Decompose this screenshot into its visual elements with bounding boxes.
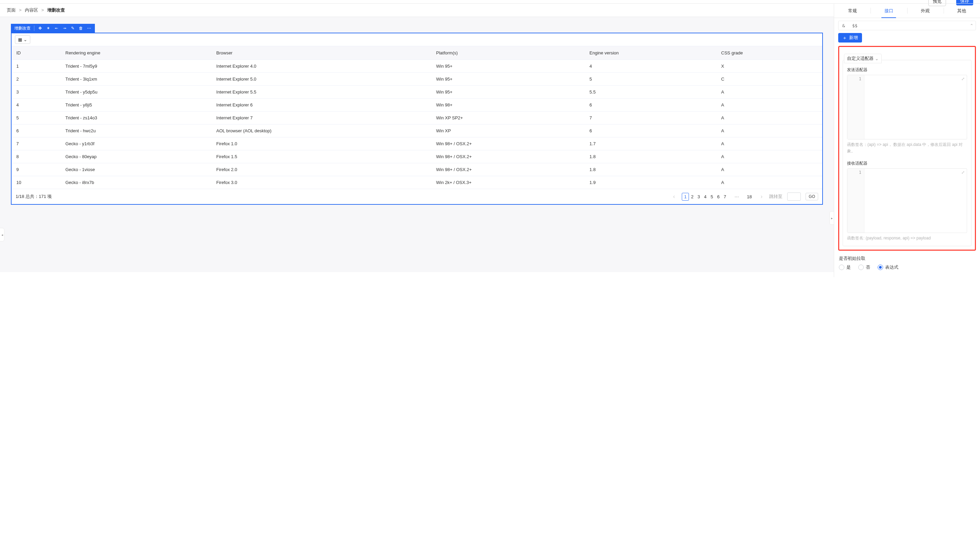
- radio-option[interactable]: 表达式: [878, 264, 898, 270]
- jump-to-input[interactable]: [787, 193, 801, 201]
- table-header[interactable]: CSS grade: [716, 46, 822, 60]
- custom-adapter-header[interactable]: 自定义适配器 ⌄: [844, 54, 882, 63]
- page-number[interactable]: 6: [715, 193, 722, 200]
- chevron-down-icon: ⌄: [24, 37, 27, 42]
- component-name: 增删改查: [14, 25, 30, 31]
- table-cell: X: [716, 60, 822, 73]
- table-cell: 4: [585, 60, 716, 73]
- table-cell: Win XP: [431, 124, 585, 137]
- crud-component[interactable]: ▦ ⌄ IDRendering engineBrowserPlatform(s)…: [11, 33, 823, 205]
- recv-adapter-hint: 函数签名: (payload, response, api) => payloa…: [847, 235, 967, 241]
- go-button[interactable]: GO: [805, 193, 818, 200]
- breadcrumb-item[interactable]: 页面: [7, 8, 16, 13]
- table-cell: Trident - hwc2u: [60, 124, 212, 137]
- table-header[interactable]: Platform(s): [431, 46, 585, 60]
- expression-row[interactable]: & $$ ⌃: [838, 21, 976, 30]
- breadcrumb-item-current: 增删改查: [47, 8, 65, 13]
- table-row[interactable]: 7Gecko - y1rb3fFirefox 1.0Win 98+ / OSX.…: [11, 137, 822, 150]
- breadcrumb-sep: >: [19, 8, 22, 13]
- dollars-cell: $$: [849, 23, 967, 28]
- table-row[interactable]: 8Gecko - 80eyapFirefox 1.5Win 98+ / OSX.…: [11, 150, 822, 163]
- table-header[interactable]: Rendering engine: [60, 46, 212, 60]
- table-cell: Internet Explorer 7: [212, 112, 431, 124]
- table-cell: 5: [585, 73, 716, 86]
- table-cell: A: [716, 163, 822, 176]
- table-row[interactable]: 4Trident - y8ji5Internet Explorer 6Win 9…: [11, 99, 822, 112]
- add-button[interactable]: ＋ 新增: [838, 33, 862, 43]
- table-row[interactable]: 10Gecko - i8rx7bFirefox 3.0Win 2k+ / OSX…: [11, 176, 822, 189]
- expand-icon[interactable]: ⤢: [961, 170, 965, 175]
- left-panel-collapse-handle[interactable]: ◂: [0, 228, 5, 241]
- table-cell: Win 95+: [431, 86, 585, 99]
- component-tag: 增删改查 ✥ ✶ ⤝ ⤞ ✎ 🗑 ⋯: [11, 24, 95, 33]
- recv-adapter-editor[interactable]: 1 ⤢: [847, 168, 967, 233]
- table-cell: C: [716, 73, 822, 86]
- prev-page-icon[interactable]: ‹: [671, 193, 677, 200]
- table-cell: A: [716, 124, 822, 137]
- table-cell: 1.7: [585, 137, 716, 150]
- code-gutter: 1: [847, 169, 864, 233]
- table-header[interactable]: Browser: [212, 46, 431, 60]
- page-number[interactable]: 7: [722, 193, 728, 200]
- expand-icon[interactable]: ⤢: [961, 76, 965, 81]
- page-number[interactable]: 3: [695, 193, 702, 200]
- table-cell: 8: [11, 150, 60, 163]
- table-cell: A: [716, 99, 822, 112]
- table-cell: AOL browser (AOL desktop): [212, 124, 431, 137]
- table-row[interactable]: 2Trident - 3lq1xmInternet Explorer 5.0Wi…: [11, 73, 822, 86]
- tab-appearance[interactable]: 外观: [907, 4, 943, 18]
- table-cell: Win XP SP2+: [431, 112, 585, 124]
- table-cell: Win 98+ / OSX.2+: [431, 150, 585, 163]
- page-number[interactable]: 4: [702, 193, 709, 200]
- arrow-left-icon[interactable]: ⤝: [54, 26, 59, 30]
- plus-icon: ＋: [842, 35, 847, 40]
- table-cell: 5.5: [585, 86, 716, 99]
- arrow-right-icon[interactable]: ⤞: [62, 26, 67, 30]
- code-area[interactable]: [864, 169, 967, 233]
- page-number[interactable]: 5: [709, 193, 715, 200]
- table-header[interactable]: ID: [11, 46, 60, 60]
- page-number[interactable]: 2: [689, 193, 695, 200]
- code-area[interactable]: [864, 75, 967, 139]
- layout-switch-button[interactable]: ▦ ⌄: [15, 35, 30, 44]
- chevron-up-icon[interactable]: ⌃: [967, 23, 975, 28]
- table-cell: Gecko - i8rx7b: [60, 176, 212, 189]
- radio-icon: [858, 265, 864, 270]
- right-panel-collapse-handle[interactable]: ▸: [829, 211, 834, 225]
- table-cell: A: [716, 86, 822, 99]
- table-cell: Internet Explorer 6: [212, 99, 431, 112]
- send-adapter-editor[interactable]: 1 ⤢: [847, 75, 967, 139]
- table-header[interactable]: Engine version: [585, 46, 716, 60]
- breadcrumb-item[interactable]: 内容区: [25, 8, 38, 13]
- tab-general[interactable]: 常规: [834, 4, 870, 18]
- table-cell: A: [716, 137, 822, 150]
- page-number[interactable]: 1: [682, 193, 689, 201]
- table-row[interactable]: 3Trident - y5dp5uInternet Explorer 5.5Wi…: [11, 86, 822, 99]
- data-table: IDRendering engineBrowserPlatform(s)Engi…: [11, 46, 822, 189]
- table-cell: 1: [11, 60, 60, 73]
- more-icon[interactable]: ⋯: [87, 26, 91, 30]
- page-summary: 1/18 总共：171 项: [16, 193, 52, 200]
- next-page-icon[interactable]: ›: [759, 193, 764, 200]
- table-row[interactable]: 5Trident - zs14o3Internet Explorer 7Win …: [11, 112, 822, 124]
- table-cell: 6: [585, 124, 716, 137]
- radio-label: 是: [846, 264, 851, 270]
- table-row[interactable]: 6Trident - hwc2uAOL browser (AOL desktop…: [11, 124, 822, 137]
- table-cell: Firefox 3.0: [212, 176, 431, 189]
- radio-icon: [878, 265, 883, 270]
- table-cell: 10: [11, 176, 60, 189]
- table-row[interactable]: 1Trident - 7ml5y9Internet Explorer 4.0Wi…: [11, 60, 822, 73]
- table-cell: 1.8: [585, 163, 716, 176]
- tab-other[interactable]: 其他: [943, 4, 980, 18]
- wrench-icon[interactable]: ✎: [70, 26, 75, 30]
- delete-icon[interactable]: 🗑: [78, 26, 83, 30]
- table-cell: A: [716, 112, 822, 124]
- move-icon[interactable]: ✥: [38, 26, 43, 30]
- select-parent-icon[interactable]: ✶: [46, 26, 51, 30]
- property-panel-tabs: 常规 接口 外观 其他: [834, 4, 980, 18]
- radio-option[interactable]: 是: [839, 264, 851, 270]
- tab-api[interactable]: 接口: [870, 4, 907, 18]
- table-row[interactable]: 9Gecko - 1vioseFirefox 2.0Win 98+ / OSX.…: [11, 163, 822, 176]
- page-number-last[interactable]: 18: [745, 193, 754, 200]
- radio-option[interactable]: 否: [858, 264, 870, 270]
